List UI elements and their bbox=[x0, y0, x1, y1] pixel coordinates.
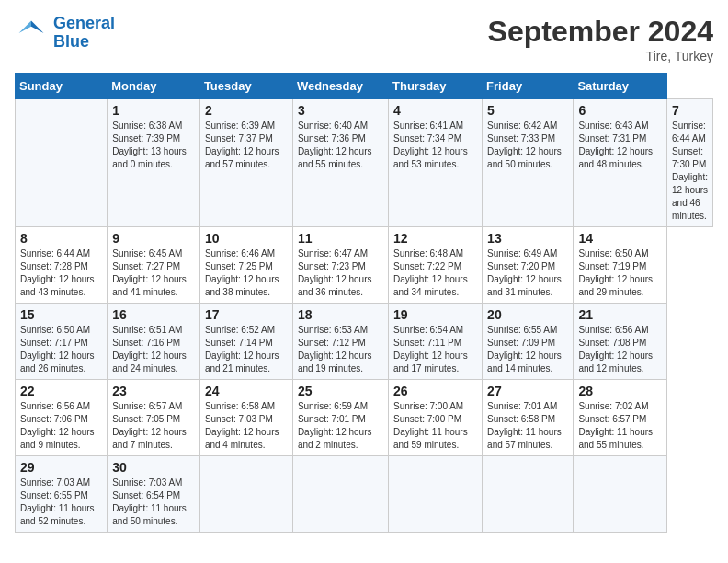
calendar-cell: 23Sunrise: 6:57 AM Sunset: 7:05 PM Dayli… bbox=[108, 380, 200, 456]
logo-icon bbox=[15, 17, 48, 50]
calendar-cell: 27Sunrise: 7:01 AM Sunset: 6:58 PM Dayli… bbox=[483, 380, 574, 456]
day-info: Sunrise: 6:40 AM Sunset: 7:36 PM Dayligh… bbox=[298, 120, 383, 171]
week-row-5: 29Sunrise: 7:03 AM Sunset: 6:55 PM Dayli… bbox=[16, 456, 713, 533]
calendar-cell: 15Sunrise: 6:50 AM Sunset: 7:17 PM Dayli… bbox=[16, 304, 108, 380]
calendar-cell bbox=[16, 99, 108, 227]
day-info: Sunrise: 6:52 AM Sunset: 7:14 PM Dayligh… bbox=[205, 324, 288, 375]
col-header-friday: Friday bbox=[483, 74, 574, 99]
col-header-wednesday: Wednesday bbox=[292, 74, 388, 99]
day-info: Sunrise: 6:47 AM Sunset: 7:23 PM Dayligh… bbox=[298, 247, 383, 299]
calendar-cell: 28Sunrise: 7:02 AM Sunset: 6:57 PM Dayli… bbox=[574, 380, 667, 456]
calendar-cell: 8Sunrise: 6:44 AM Sunset: 7:28 PM Daylig… bbox=[16, 227, 108, 304]
col-header-sunday: Sunday bbox=[16, 74, 108, 99]
col-header-monday: Monday bbox=[108, 74, 200, 99]
col-header-saturday: Saturday bbox=[574, 74, 667, 99]
logo-line2: Blue bbox=[53, 32, 89, 51]
day-info: Sunrise: 6:38 AM Sunset: 7:39 PM Dayligh… bbox=[112, 120, 195, 171]
day-info: Sunrise: 7:03 AM Sunset: 6:55 PM Dayligh… bbox=[20, 477, 102, 528]
calendar-cell: 29Sunrise: 7:03 AM Sunset: 6:55 PM Dayli… bbox=[16, 456, 108, 533]
calendar-cell: 19Sunrise: 6:54 AM Sunset: 7:11 PM Dayli… bbox=[389, 304, 483, 380]
title-block: September 2024 Tire, Turkey bbox=[488, 15, 713, 63]
calendar-cell: 14Sunrise: 6:50 AM Sunset: 7:19 PM Dayli… bbox=[574, 227, 667, 304]
day-number: 7 bbox=[672, 103, 708, 118]
calendar-cell bbox=[574, 456, 667, 533]
day-info: Sunrise: 6:57 AM Sunset: 7:05 PM Dayligh… bbox=[112, 400, 195, 452]
day-number: 23 bbox=[112, 384, 195, 398]
day-number: 25 bbox=[298, 384, 383, 398]
calendar-cell bbox=[199, 456, 292, 533]
day-info: Sunrise: 7:02 AM Sunset: 6:57 PM Dayligh… bbox=[578, 400, 662, 452]
calendar-cell: 11Sunrise: 6:47 AM Sunset: 7:23 PM Dayli… bbox=[292, 227, 388, 304]
calendar-cell: 24Sunrise: 6:58 AM Sunset: 7:03 PM Dayli… bbox=[199, 380, 292, 456]
location: Tire, Turkey bbox=[488, 49, 713, 63]
calendar-cell bbox=[292, 456, 388, 533]
day-number: 27 bbox=[487, 384, 568, 398]
calendar-cell: 4Sunrise: 6:41 AM Sunset: 7:34 PM Daylig… bbox=[389, 99, 483, 227]
day-info: Sunrise: 6:49 AM Sunset: 7:20 PM Dayligh… bbox=[487, 247, 568, 299]
week-row-4: 22Sunrise: 6:56 AM Sunset: 7:06 PM Dayli… bbox=[16, 380, 713, 456]
day-info: Sunrise: 6:54 AM Sunset: 7:11 PM Dayligh… bbox=[393, 324, 477, 375]
day-number: 14 bbox=[578, 231, 662, 246]
day-info: Sunrise: 6:56 AM Sunset: 7:06 PM Dayligh… bbox=[20, 400, 102, 452]
calendar-cell: 12Sunrise: 6:48 AM Sunset: 7:22 PM Dayli… bbox=[389, 227, 483, 304]
day-info: Sunrise: 6:42 AM Sunset: 7:33 PM Dayligh… bbox=[487, 120, 568, 171]
day-number: 20 bbox=[487, 307, 568, 322]
day-number: 29 bbox=[20, 460, 102, 475]
day-number: 16 bbox=[112, 307, 195, 322]
svg-marker-0 bbox=[31, 20, 44, 33]
day-info: Sunrise: 6:59 AM Sunset: 7:01 PM Dayligh… bbox=[298, 400, 383, 452]
calendar-cell: 13Sunrise: 6:49 AM Sunset: 7:20 PM Dayli… bbox=[483, 227, 574, 304]
month-title: September 2024 bbox=[488, 15, 713, 49]
day-info: Sunrise: 6:56 AM Sunset: 7:08 PM Dayligh… bbox=[578, 324, 662, 375]
calendar-cell: 6Sunrise: 6:43 AM Sunset: 7:31 PM Daylig… bbox=[574, 99, 667, 227]
logo: General Blue bbox=[15, 15, 115, 52]
day-number: 19 bbox=[393, 307, 477, 322]
day-number: 18 bbox=[298, 307, 383, 322]
day-number: 13 bbox=[487, 231, 568, 246]
day-info: Sunrise: 6:50 AM Sunset: 7:17 PM Dayligh… bbox=[20, 324, 102, 375]
week-row-2: 8Sunrise: 6:44 AM Sunset: 7:28 PM Daylig… bbox=[16, 227, 713, 304]
calendar-cell: 17Sunrise: 6:52 AM Sunset: 7:14 PM Dayli… bbox=[199, 304, 292, 380]
day-number: 5 bbox=[487, 103, 568, 118]
day-number: 21 bbox=[578, 307, 662, 322]
calendar-cell: 9Sunrise: 6:45 AM Sunset: 7:27 PM Daylig… bbox=[108, 227, 200, 304]
day-number: 15 bbox=[20, 307, 102, 322]
calendar-cell bbox=[389, 456, 483, 533]
calendar-table: SundayMondayTuesdayWednesdayThursdayFrid… bbox=[15, 73, 713, 533]
day-number: 1 bbox=[112, 103, 195, 118]
day-info: Sunrise: 6:51 AM Sunset: 7:16 PM Dayligh… bbox=[112, 324, 195, 375]
day-info: Sunrise: 6:45 AM Sunset: 7:27 PM Dayligh… bbox=[112, 247, 195, 299]
calendar-cell: 18Sunrise: 6:53 AM Sunset: 7:12 PM Dayli… bbox=[292, 304, 388, 380]
day-info: Sunrise: 6:53 AM Sunset: 7:12 PM Dayligh… bbox=[298, 324, 383, 375]
calendar-cell: 21Sunrise: 6:56 AM Sunset: 7:08 PM Dayli… bbox=[574, 304, 667, 380]
day-info: Sunrise: 6:58 AM Sunset: 7:03 PM Dayligh… bbox=[205, 400, 288, 452]
calendar-cell: 2Sunrise: 6:39 AM Sunset: 7:37 PM Daylig… bbox=[199, 99, 292, 227]
day-info: Sunrise: 6:44 AM Sunset: 7:28 PM Dayligh… bbox=[20, 247, 102, 299]
day-info: Sunrise: 7:03 AM Sunset: 6:54 PM Dayligh… bbox=[112, 477, 195, 528]
calendar-cell: 16Sunrise: 6:51 AM Sunset: 7:16 PM Dayli… bbox=[108, 304, 200, 380]
week-row-3: 15Sunrise: 6:50 AM Sunset: 7:17 PM Dayli… bbox=[16, 304, 713, 380]
day-number: 11 bbox=[298, 231, 383, 246]
calendar-cell: 5Sunrise: 6:42 AM Sunset: 7:33 PM Daylig… bbox=[483, 99, 574, 227]
day-number: 2 bbox=[205, 103, 288, 118]
day-info: Sunrise: 6:55 AM Sunset: 7:09 PM Dayligh… bbox=[487, 324, 568, 375]
day-info: Sunrise: 6:41 AM Sunset: 7:34 PM Dayligh… bbox=[393, 120, 477, 171]
col-header-tuesday: Tuesday bbox=[199, 74, 292, 99]
logo-line1: General bbox=[53, 14, 115, 32]
header-row: SundayMondayTuesdayWednesdayThursdayFrid… bbox=[16, 74, 713, 99]
day-number: 12 bbox=[393, 231, 477, 246]
day-number: 17 bbox=[205, 307, 288, 322]
calendar-cell: 30Sunrise: 7:03 AM Sunset: 6:54 PM Dayli… bbox=[108, 456, 200, 533]
calendar-cell: 22Sunrise: 6:56 AM Sunset: 7:06 PM Dayli… bbox=[16, 380, 108, 456]
day-number: 28 bbox=[578, 384, 662, 398]
calendar-cell: 7Sunrise: 6:44 AM Sunset: 7:30 PM Daylig… bbox=[667, 99, 713, 227]
day-info: Sunrise: 7:00 AM Sunset: 7:00 PM Dayligh… bbox=[393, 400, 477, 452]
svg-marker-1 bbox=[19, 20, 32, 33]
day-number: 3 bbox=[298, 103, 383, 118]
day-info: Sunrise: 6:48 AM Sunset: 7:22 PM Dayligh… bbox=[393, 247, 477, 299]
day-info: Sunrise: 7:01 AM Sunset: 6:58 PM Dayligh… bbox=[487, 400, 568, 452]
day-info: Sunrise: 6:50 AM Sunset: 7:19 PM Dayligh… bbox=[578, 247, 662, 299]
day-info: Sunrise: 6:39 AM Sunset: 7:37 PM Dayligh… bbox=[205, 120, 288, 171]
day-info: Sunrise: 6:46 AM Sunset: 7:25 PM Dayligh… bbox=[205, 247, 288, 299]
day-number: 26 bbox=[393, 384, 477, 398]
